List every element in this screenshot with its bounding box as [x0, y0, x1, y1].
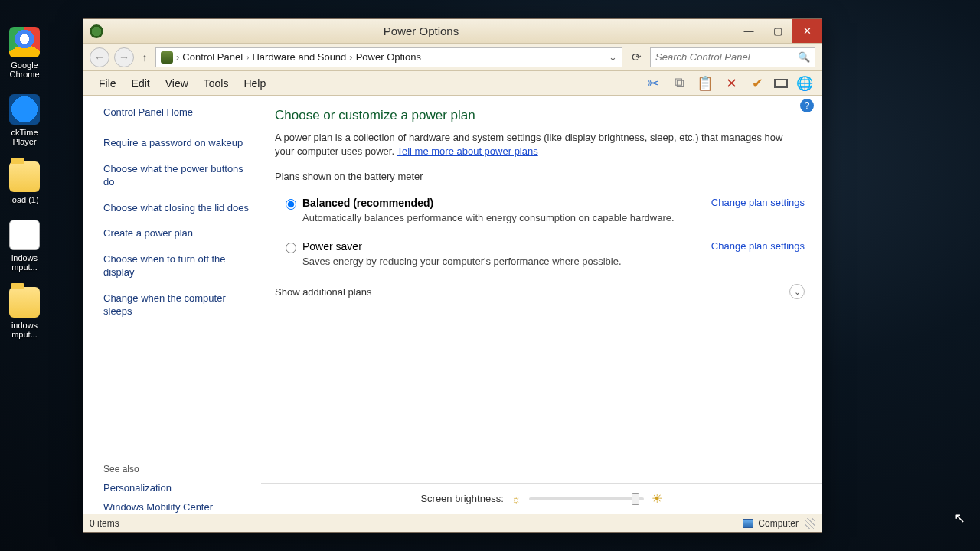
control-panel-icon: [161, 51, 173, 64]
folder-icon: [9, 161, 40, 192]
check-icon[interactable]: ✔: [748, 74, 766, 93]
window-title: Power Options: [108, 24, 734, 37]
maximize-button[interactable]: ▢: [763, 19, 792, 43]
plan-description: Saves energy by reducing your computer's…: [302, 256, 704, 267]
see-also-mobility-center[interactable]: Windows Mobility Center: [103, 501, 250, 513]
sidebar-require-password[interactable]: Require a password on wakeup: [103, 136, 250, 150]
plan-description: Automatically balances performance with …: [302, 212, 704, 223]
desktop-icon-label: indows mput...: [0, 321, 49, 339]
resize-grip[interactable]: [805, 518, 815, 529]
quicktime-icon: [9, 94, 40, 125]
plans-section-label: Plans shown on the battery meter: [275, 171, 805, 182]
page-description: A power plan is a collection of hardware…: [275, 131, 805, 158]
paste-icon[interactable]: 📋: [696, 74, 714, 93]
breadcrumb-dropdown-icon[interactable]: ⌄: [609, 51, 617, 63]
chrome-icon: [9, 27, 40, 57]
learn-more-link[interactable]: Tell me more about power plans: [397, 145, 537, 157]
up-button[interactable]: ↑: [139, 51, 151, 64]
search-icon[interactable]: 🔍: [798, 51, 810, 63]
menubar: File Edit View Tools Help ✂ ⧉ 📋 ✕ ✔ 🌐: [83, 71, 822, 96]
desktop-icon-folder2[interactable]: indows mput...: [0, 287, 49, 339]
page-title: Choose or customize a power plan: [275, 108, 805, 123]
sidebar-closing-lid[interactable]: Choose what closing the lid does: [103, 201, 250, 215]
desktop-icon-chrome[interactable]: Google Chrome: [0, 27, 49, 79]
show-additional-plans[interactable]: Show additional plans ⌄: [275, 284, 805, 299]
brightness-thumb[interactable]: [632, 493, 639, 505]
desktop-icon-label: load (1): [0, 195, 49, 204]
status-items: 0 items: [90, 518, 119, 529]
divider: [379, 292, 782, 292]
desktop-icon-quicktime[interactable]: ckTime Player: [0, 94, 49, 146]
power-options-window: Power Options — ▢ ✕ ← → ↑ › Control Pane…: [83, 18, 822, 533]
cursor-icon: ↖: [954, 510, 965, 527]
sun-bright-icon: ☀: [652, 491, 662, 506]
chevron-down-icon[interactable]: ⌄: [789, 284, 805, 299]
brightness-label: Screen brightness:: [420, 493, 503, 504]
expander-label: Show additional plans: [275, 286, 371, 298]
plan-balanced-radio[interactable]: [286, 199, 296, 210]
breadcrumb-control-panel[interactable]: Control Panel: [182, 51, 243, 63]
copy-icon[interactable]: ⧉: [670, 74, 688, 93]
desktop-icon-doc[interactable]: indows mput...: [0, 220, 49, 272]
plan-balanced[interactable]: Balanced (recommended) Automatically bal…: [275, 191, 805, 234]
sidebar-turn-off-display[interactable]: Choose when to turn off the display: [103, 253, 250, 279]
cut-icon[interactable]: ✂: [644, 74, 662, 93]
brightness-slider[interactable]: [529, 497, 644, 500]
change-plan-settings-link[interactable]: Change plan settings: [711, 197, 805, 208]
breadcrumb-separator: ›: [349, 51, 352, 63]
change-plan-settings-link[interactable]: Change plan settings: [711, 240, 805, 252]
desktop-icons: Google Chrome ckTime Player load (1) ind…: [0, 0, 61, 354]
search-box[interactable]: 🔍: [650, 47, 815, 67]
breadcrumb[interactable]: › Control Panel › Hardware and Sound › P…: [155, 47, 622, 67]
desktop-icon-label: ckTime Player: [0, 128, 49, 146]
globe-icon[interactable]: 🌐: [795, 74, 814, 93]
plan-power-saver[interactable]: Power saver Saves energy by reducing you…: [275, 234, 805, 278]
address-bar: ← → ↑ › Control Panel › Hardware and Sou…: [83, 44, 822, 71]
help-icon[interactable]: ?: [800, 99, 814, 112]
search-input[interactable]: [655, 51, 798, 63]
refresh-button[interactable]: ⟳: [627, 51, 645, 64]
document-icon: [9, 220, 40, 250]
computer-icon: [743, 519, 753, 528]
sun-dim-icon: ☼: [511, 493, 521, 505]
plan-name: Balanced (recommended): [302, 197, 704, 209]
menu-view[interactable]: View: [158, 74, 196, 93]
see-also-personalization[interactable]: Personalization: [103, 482, 250, 494]
desktop-icon-label: Google Chrome: [0, 60, 49, 79]
menu-tools[interactable]: Tools: [196, 74, 237, 93]
back-button[interactable]: ←: [90, 47, 109, 67]
plan-name: Power saver: [302, 240, 704, 253]
see-also-label: See also: [103, 464, 250, 474]
statusbar: 0 items Computer: [83, 514, 822, 532]
close-button[interactable]: ✕: [792, 19, 822, 43]
delete-icon[interactable]: ✕: [722, 74, 740, 93]
breadcrumb-separator: ›: [176, 51, 179, 63]
desktop-icon-label: indows mput...: [0, 253, 49, 272]
sidebar-power-buttons[interactable]: Choose what the power buttons do: [103, 162, 250, 189]
menu-edit[interactable]: Edit: [124, 74, 158, 93]
folder-icon: [9, 287, 40, 318]
sidebar: Control Panel Home Require a password on…: [83, 96, 261, 514]
sidebar-computer-sleeps[interactable]: Change when the computer sleeps: [103, 292, 250, 318]
desktop-icon-download[interactable]: load (1): [0, 161, 49, 204]
titlebar[interactable]: Power Options — ▢ ✕: [83, 19, 822, 44]
main-content: ? Choose or customize a power plan A pow…: [261, 96, 822, 514]
sidebar-create-plan[interactable]: Create a power plan: [103, 227, 250, 240]
breadcrumb-power-options[interactable]: Power Options: [356, 51, 421, 63]
status-location: Computer: [758, 518, 799, 529]
plan-power-saver-radio[interactable]: [286, 243, 296, 253]
menu-help[interactable]: Help: [236, 74, 273, 93]
breadcrumb-hardware-sound[interactable]: Hardware and Sound: [252, 51, 346, 63]
menu-file[interactable]: File: [91, 74, 124, 93]
minimize-button[interactable]: —: [734, 19, 763, 43]
app-icon: [90, 24, 103, 38]
breadcrumb-separator: ›: [246, 51, 249, 63]
rect-icon[interactable]: [774, 79, 788, 88]
brightness-bar: Screen brightness: ☼ ☀: [261, 483, 822, 514]
forward-button[interactable]: →: [114, 47, 134, 67]
control-panel-home-link[interactable]: Control Panel Home: [103, 106, 250, 118]
